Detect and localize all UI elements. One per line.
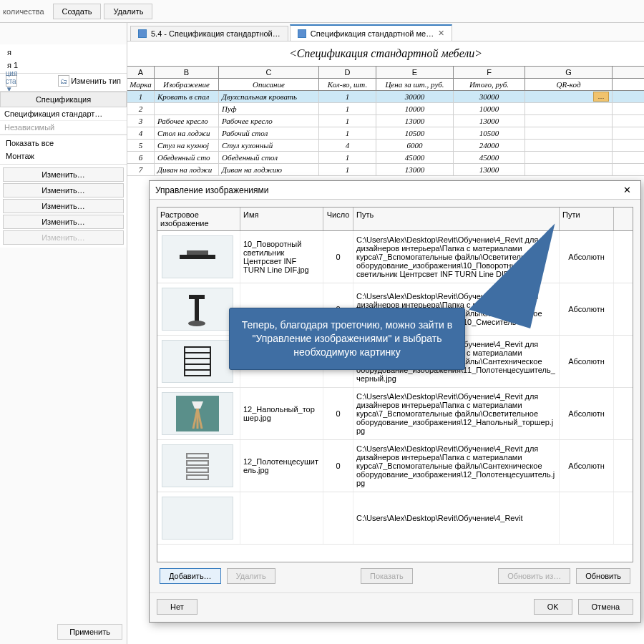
cell-count[interactable]: 0 bbox=[323, 388, 353, 439]
cell-desc[interactable]: Пуф bbox=[219, 103, 319, 114]
cell-qty[interactable]: 1 bbox=[319, 103, 376, 114]
cell-name[interactable]: 12_Полотенцесушитель.jpg bbox=[240, 440, 323, 492]
cell-qty[interactable]: 4 bbox=[319, 140, 376, 151]
cell-name[interactable] bbox=[240, 492, 323, 544]
cell-desc[interactable]: Стул кухонный bbox=[219, 140, 319, 151]
cell-image[interactable] bbox=[155, 103, 219, 114]
col-letter[interactable]: B bbox=[155, 67, 219, 78]
cell-pathtype[interactable] bbox=[560, 492, 614, 544]
cell-price[interactable]: 45000 bbox=[376, 152, 454, 163]
edit-type-label[interactable]: Изменить тип bbox=[71, 77, 121, 85]
cell-qty[interactable]: 1 bbox=[319, 115, 376, 127]
cell-mark[interactable]: 6 bbox=[127, 152, 155, 163]
cell-image[interactable]: Диван на лоджи bbox=[155, 164, 219, 175]
image-table-body[interactable]: 10_Поворотный светильник Центрсвет INF T… bbox=[157, 231, 633, 562]
cell-image[interactable]: Обеденный сто bbox=[155, 152, 219, 163]
cell-desc[interactable]: Рабочий стол bbox=[219, 127, 319, 139]
ok-button[interactable]: OK bbox=[534, 599, 572, 615]
cell-count[interactable] bbox=[323, 492, 353, 544]
cell-pathtype[interactable]: Абсолютн bbox=[560, 283, 614, 335]
cell-name[interactable]: 12_Напольный_торшер.jpg bbox=[240, 388, 323, 439]
table-row[interactable]: 4Стол на лоджиРабочий стол11050010500 bbox=[127, 127, 644, 140]
img-col-header[interactable]: Имя bbox=[240, 208, 323, 230]
cell-mark[interactable]: 3 bbox=[127, 115, 155, 127]
cell-image[interactable]: Стул на кухнюj bbox=[155, 140, 219, 151]
image-row[interactable]: 12_Напольный_торшер.jpg0C:\Users\Alex\De… bbox=[157, 388, 633, 440]
col-letter[interactable]: A bbox=[127, 67, 155, 78]
cell-qr[interactable]: … bbox=[525, 91, 613, 102]
cell-path[interactable]: C:\Users\Alex\Desktop\Revit\Обучение\4_R… bbox=[353, 492, 560, 544]
image-row[interactable]: 10_Поворотный светильник Центрсвет INF T… bbox=[157, 231, 633, 283]
cell-desc[interactable]: Диван на лоджию bbox=[219, 164, 319, 175]
cell-qty[interactable]: 1 bbox=[319, 91, 376, 102]
edit-button[interactable]: Изменить… bbox=[3, 215, 124, 229]
table-row[interactable]: 6Обеденный стоОбеденный стол14500045000 bbox=[127, 152, 644, 164]
cell-qty[interactable]: 1 bbox=[319, 164, 376, 175]
cell-pathtype[interactable]: Абсолютн bbox=[560, 440, 614, 492]
tab-spec-std[interactable]: Спецификация стандартной ме… ✕ bbox=[290, 24, 452, 41]
create-button[interactable]: Создать bbox=[53, 4, 102, 19]
edit-button[interactable]: Изменить… bbox=[3, 167, 124, 182]
cell-price[interactable]: 13000 bbox=[376, 115, 454, 127]
cell-mark[interactable]: 5 bbox=[127, 140, 155, 151]
edit-button[interactable]: Изменить… bbox=[3, 183, 124, 197]
cell-image[interactable]: Стол на лоджи bbox=[155, 127, 219, 139]
update-from-button[interactable]: Обновить из… bbox=[498, 568, 570, 584]
edit-type-icon[interactable]: 🗂 bbox=[58, 75, 69, 87]
add-button[interactable]: Добавить… bbox=[160, 568, 221, 584]
table-row[interactable]: 3Рабочее креслоРабочее кресло11300013000 bbox=[127, 115, 644, 127]
cell-qr[interactable] bbox=[525, 164, 613, 175]
type-dropdown[interactable]: ция ста ▼ bbox=[6, 75, 17, 87]
cell-pathtype[interactable]: Абсолютн bbox=[560, 231, 614, 283]
no-button[interactable]: Нет bbox=[157, 599, 197, 615]
col-header[interactable]: QR-код bbox=[525, 79, 613, 90]
spec-tab-header[interactable]: Спецификация bbox=[0, 92, 127, 107]
cell-desc[interactable]: Двухспальная кровать bbox=[219, 91, 319, 102]
cell-total[interactable]: 45000 bbox=[454, 152, 525, 163]
cell-qr[interactable] bbox=[525, 115, 613, 127]
cell-total[interactable]: 30000 bbox=[454, 91, 525, 102]
cell-qty[interactable]: 1 bbox=[319, 152, 376, 163]
col-letter[interactable]: E bbox=[376, 67, 454, 78]
cell-qr[interactable] bbox=[525, 152, 613, 163]
cell-mark[interactable]: 7 bbox=[127, 164, 155, 175]
col-letter[interactable]: G bbox=[525, 67, 613, 78]
cell-mark[interactable]: 4 bbox=[127, 127, 155, 139]
cell-qr[interactable] bbox=[525, 103, 613, 114]
col-header[interactable]: Изображение bbox=[155, 79, 219, 90]
delete-image-button[interactable]: Удалить bbox=[227, 568, 275, 584]
cell-qr[interactable] bbox=[525, 127, 613, 139]
image-row[interactable]: C:\Users\Alex\Desktop\Revit\Обучение\4_R… bbox=[157, 492, 633, 545]
cell-mark[interactable]: 1 bbox=[127, 91, 155, 102]
cell-name[interactable]: 10_Поворотный светильник Центрсвет INF T… bbox=[240, 231, 323, 283]
browse-ellipsis-button[interactable]: … bbox=[593, 92, 609, 102]
col-header[interactable]: Описание bbox=[219, 79, 319, 90]
img-col-header[interactable]: Число bbox=[323, 208, 353, 230]
edit-button[interactable]: Изменить… bbox=[3, 199, 124, 213]
cell-count[interactable]: 0 bbox=[323, 231, 353, 283]
col-header[interactable]: Кол-во, шт. bbox=[319, 79, 376, 90]
cell-total[interactable]: 10500 bbox=[454, 127, 525, 139]
update-button[interactable]: Обновить bbox=[576, 568, 630, 584]
apply-button[interactable]: Применить bbox=[57, 624, 122, 640]
cell-price[interactable]: 13000 bbox=[376, 164, 454, 175]
col-header[interactable]: Цена за шт., руб. bbox=[376, 79, 454, 90]
cell-image[interactable]: Кровать в спал bbox=[155, 91, 219, 102]
cell-total[interactable]: 10000 bbox=[454, 103, 525, 114]
sidebar-item-independent[interactable]: Независимый bbox=[0, 121, 127, 135]
cell-count[interactable]: 0 bbox=[323, 440, 353, 492]
cell-price[interactable]: 10500 bbox=[376, 127, 454, 139]
tab-close-icon[interactable]: ✕ bbox=[438, 29, 444, 38]
cell-price[interactable]: 6000 bbox=[376, 140, 454, 151]
delete-button[interactable]: Удалить bbox=[104, 4, 152, 19]
cell-path[interactable]: C:\Users\Alex\Desktop\Revit\Обучение\4_R… bbox=[353, 440, 560, 492]
col-header[interactable]: Марка bbox=[127, 79, 155, 90]
cell-pathtype[interactable]: Абсолютн bbox=[560, 388, 614, 439]
col-letter[interactable]: C bbox=[219, 67, 319, 78]
show-button[interactable]: Показать bbox=[361, 568, 413, 584]
montage-label[interactable]: Монтаж bbox=[3, 150, 124, 162]
cell-mark[interactable]: 2 bbox=[127, 103, 155, 114]
sidebar-item-spec-std[interactable]: Спецификация стандарт… bbox=[0, 107, 127, 121]
cell-desc[interactable]: Обеденный стол bbox=[219, 152, 319, 163]
col-letter[interactable]: D bbox=[319, 67, 376, 78]
